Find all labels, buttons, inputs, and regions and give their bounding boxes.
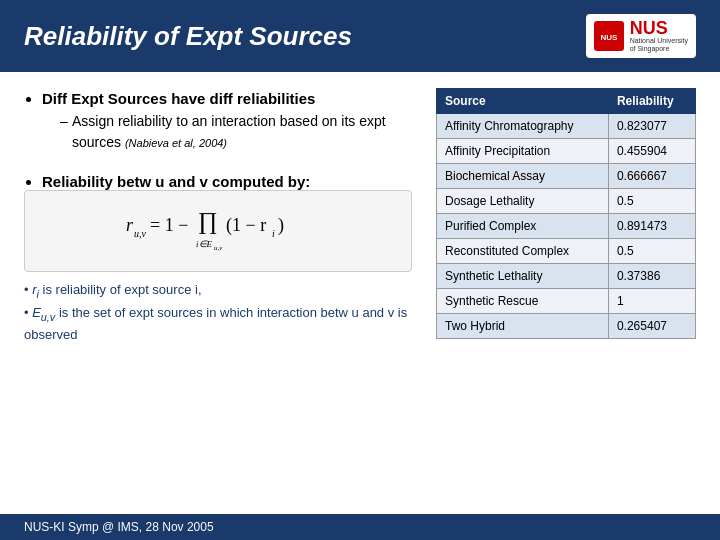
reliability-cell: 0.666667 — [608, 164, 695, 189]
note-1: ri is reliability of expt source i, — [24, 280, 412, 302]
formula-box: r u,v = 1 − ∏ i∈E u,v (1 − r i ) — [24, 190, 412, 272]
reliability-cell: 0.37386 — [608, 264, 695, 289]
svg-text:u,v: u,v — [214, 244, 223, 252]
col-source-header: Source — [437, 89, 609, 114]
reliability-cell: 0.5 — [608, 189, 695, 214]
left-panel: Diff Expt Sources have diff reliabilitie… — [24, 88, 412, 506]
source-cell: Dosage Lethality — [437, 189, 609, 214]
reliability-cell: 0.455904 — [608, 139, 695, 164]
nus-logo: NUS NUS National Universityof Singapore — [586, 14, 696, 58]
bullet-1: Diff Expt Sources have diff reliabilitie… — [42, 88, 412, 153]
reliability-table: Source Reliability Affinity Chromatograp… — [436, 88, 696, 339]
nus-full-name: National Universityof Singapore — [630, 37, 688, 54]
sub-bullet-1: Assign reliability to an interaction bas… — [60, 111, 412, 153]
svg-text:NUS: NUS — [600, 33, 618, 42]
footer-text: NUS-KI Symp @ IMS, 28 Nov 2005 — [24, 520, 214, 534]
source-cell: Two Hybrid — [437, 314, 609, 339]
bullet-2: Reliability betw u and v computed by: — [42, 173, 412, 190]
col-reliability-header: Reliability — [608, 89, 695, 114]
slide-title: Reliability of Expt Sources — [24, 21, 352, 52]
source-cell: Biochemical Assay — [437, 164, 609, 189]
svg-text:(1 − r: (1 − r — [226, 215, 266, 236]
reliability-section: Reliability betw u and v computed by: r … — [24, 173, 412, 347]
table-row: Dosage Lethality0.5 — [437, 189, 696, 214]
nus-badge: NUS — [594, 21, 624, 51]
source-cell: Synthetic Rescue — [437, 289, 609, 314]
table-row: Biochemical Assay0.666667 — [437, 164, 696, 189]
right-panel: Source Reliability Affinity Chromatograp… — [436, 88, 696, 506]
title-bar: Reliability of Expt Sources NUS NUS Nati… — [0, 0, 720, 72]
table-row: Affinity Chromatography0.823077 — [437, 114, 696, 139]
svg-text:= 1 −: = 1 − — [150, 215, 188, 235]
source-cell: Purified Complex — [437, 214, 609, 239]
source-cell: Synthetic Lethality — [437, 264, 609, 289]
table-row: Synthetic Rescue1 — [437, 289, 696, 314]
reliability-cell: 1 — [608, 289, 695, 314]
main-content: Diff Expt Sources have diff reliabilitie… — [0, 72, 720, 514]
source-cell: Affinity Precipitation — [437, 139, 609, 164]
reliability-cell: 0.5 — [608, 239, 695, 264]
note-2: Eu,v is the set of expt sources in which… — [24, 303, 412, 344]
slide: Reliability of Expt Sources NUS NUS Nati… — [0, 0, 720, 540]
table-row: Purified Complex0.891473 — [437, 214, 696, 239]
svg-text:i: i — [272, 228, 275, 239]
bullet-section-1: Diff Expt Sources have diff reliabilitie… — [24, 88, 412, 157]
svg-text:r: r — [126, 215, 134, 235]
reliability-cell: 0.823077 — [608, 114, 695, 139]
reliability-cell: 0.265407 — [608, 314, 695, 339]
footer: NUS-KI Symp @ IMS, 28 Nov 2005 — [0, 514, 720, 540]
table-row: Reconstituted Complex0.5 — [437, 239, 696, 264]
reliability-cell: 0.891473 — [608, 214, 695, 239]
sub-notes: ri is reliability of expt source i, Eu,v… — [24, 280, 412, 345]
nus-logo-text: NUS National Universityof Singapore — [630, 19, 688, 54]
nus-name: NUS — [630, 19, 688, 37]
ref-1: (Nabieva et al, 2004) — [125, 137, 227, 149]
svg-text:u,v: u,v — [134, 228, 147, 239]
source-cell: Reconstituted Complex — [437, 239, 609, 264]
table-row: Affinity Precipitation0.455904 — [437, 139, 696, 164]
source-cell: Affinity Chromatography — [437, 114, 609, 139]
formula-svg: r u,v = 1 − ∏ i∈E u,v (1 − r i ) — [118, 201, 318, 261]
table-row: Two Hybrid0.265407 — [437, 314, 696, 339]
svg-text:i∈E: i∈E — [196, 239, 213, 249]
svg-text:∏: ∏ — [198, 208, 218, 234]
table-row: Synthetic Lethality0.37386 — [437, 264, 696, 289]
svg-text:): ) — [278, 215, 284, 236]
